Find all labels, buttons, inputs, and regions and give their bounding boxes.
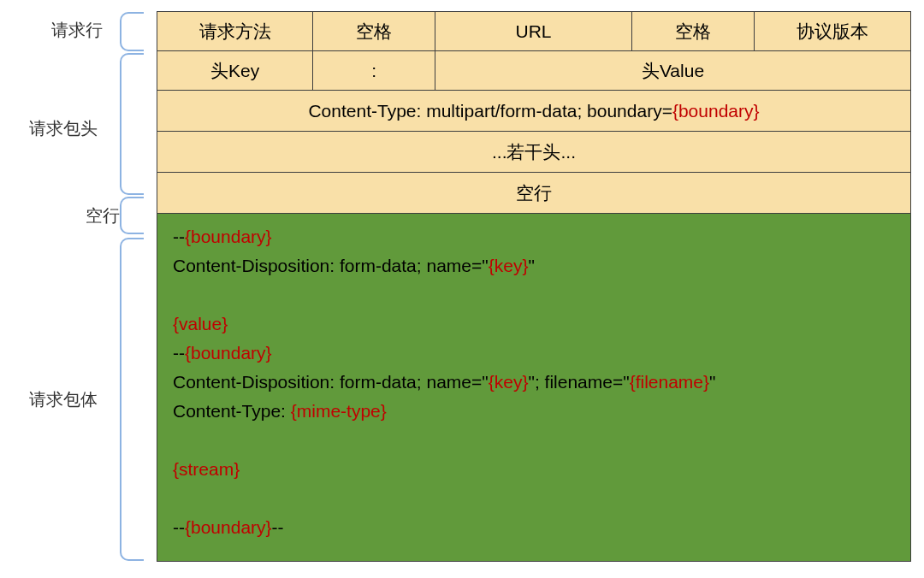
- body-cd1-suffix: ": [528, 256, 534, 275]
- body-cd1-prefix: Content-Disposition: form-data; name=": [173, 256, 489, 275]
- header-kv-row: 头Key : 头Value: [157, 51, 910, 91]
- content-type-prefix: Content-Type: multipart/form-data; bound…: [308, 101, 672, 121]
- body-blank1: [173, 280, 895, 310]
- cell-url: URL: [435, 12, 632, 50]
- label-request-header: 请求包头: [12, 117, 98, 140]
- blank-line-row: 空行: [157, 173, 910, 214]
- body-cd1-key: {key}: [489, 256, 529, 275]
- label-request-line: 请求行: [17, 19, 103, 42]
- body-cd2-prefix: Content-Disposition: form-data; name=": [173, 372, 489, 392]
- body-value: {value}: [173, 310, 895, 339]
- body-blank3: [173, 484, 895, 513]
- http-diagram: 请求方法 空格 URL 空格 协议版本 头Key : 头Value Conten…: [157, 11, 911, 562]
- body-boundary2: {boundary}: [185, 343, 272, 363]
- bracket-request-header: [120, 53, 144, 195]
- label-request-body: 请求包体: [12, 388, 98, 411]
- body-boundary1: {boundary}: [185, 227, 272, 246]
- body-ct-mime: {mime-type}: [291, 401, 387, 421]
- bracket-request-body: [120, 238, 144, 561]
- content-type-boundary: {boundary}: [672, 101, 760, 121]
- request-line-row: 请求方法 空格 URL 空格 协议版本: [157, 12, 910, 51]
- cell-method: 请求方法: [157, 12, 313, 50]
- body-dash1: --: [173, 227, 185, 246]
- cell-colon: :: [313, 51, 435, 90]
- body-cd2-suffix: ": [709, 372, 715, 392]
- body-cd2-key: {key}: [489, 372, 529, 392]
- body-cd2-filename: {filename}: [630, 372, 709, 392]
- bracket-blank-line: [120, 197, 144, 234]
- request-body-row: --{boundary}Content-Disposition: form-da…: [157, 214, 910, 561]
- body-cd2-mid: "; filename=": [528, 372, 629, 392]
- cell-space2: 空格: [632, 12, 755, 50]
- body-boundary3: {boundary}: [185, 517, 272, 537]
- body-ct-prefix: Content-Type:: [173, 401, 291, 421]
- diagram-container: 请求行 请求包头 空行 请求包体 请求方法 空格 URL 空格 协议版本 头Ke…: [0, 0, 924, 578]
- label-blank-line: 空行: [34, 204, 120, 227]
- content-type-row: Content-Type: multipart/form-data; bound…: [157, 91, 910, 132]
- body-dash2: --: [173, 343, 185, 363]
- cell-blank-line: 空行: [157, 173, 910, 213]
- cell-content-type: Content-Type: multipart/form-data; bound…: [157, 91, 910, 131]
- body-stream: {stream}: [173, 455, 895, 484]
- cell-header-key: 头Key: [157, 51, 313, 90]
- bracket-request-line: [120, 12, 144, 51]
- body-blank2: [173, 426, 895, 455]
- cell-more-headers: ...若干头...: [157, 132, 910, 172]
- cell-space1: 空格: [313, 12, 435, 50]
- cell-version: 协议版本: [755, 12, 910, 50]
- more-headers-row: ...若干头...: [157, 132, 910, 173]
- body-dash3a: --: [173, 517, 185, 537]
- body-dash3b: --: [272, 517, 284, 537]
- cell-header-value: 头Value: [435, 51, 910, 90]
